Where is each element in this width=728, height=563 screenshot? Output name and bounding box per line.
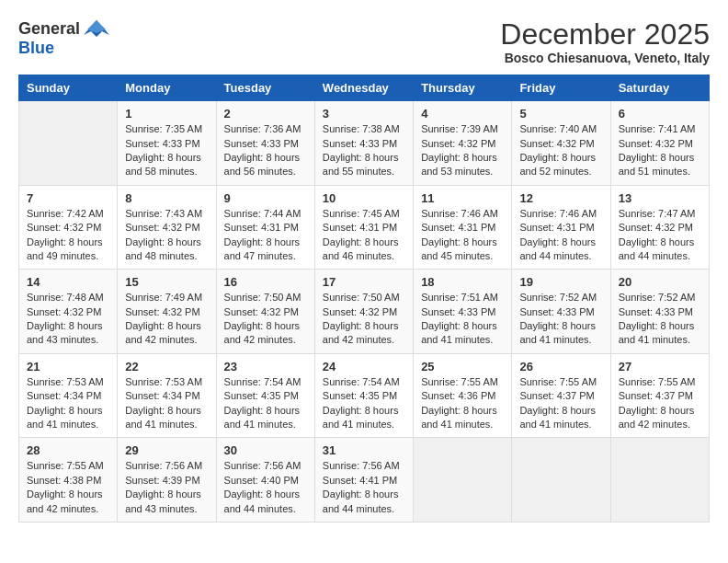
day-sunset: Sunset: 4:35 PM: [224, 390, 299, 401]
day-sunrise: Sunrise: 7:41 AM: [619, 123, 696, 134]
day-number: 10: [323, 191, 405, 205]
day-daylight: Daylight: 8 hours and 41 minutes.: [421, 320, 497, 345]
calendar-cell: 25 Sunrise: 7:55 AM Sunset: 4:36 PM Dayl…: [414, 353, 512, 438]
day-number: 19: [519, 275, 602, 289]
day-daylight: Daylight: 8 hours and 43 minutes.: [125, 488, 201, 513]
day-sunrise: Sunrise: 7:46 AM: [519, 208, 597, 219]
day-sunrise: Sunrise: 7:38 AM: [323, 123, 400, 134]
day-daylight: Daylight: 8 hours and 56 minutes.: [224, 152, 301, 177]
logo-general: General: [18, 19, 80, 39]
calendar-cell: 24 Sunrise: 7:54 AM Sunset: 4:35 PM Dayl…: [314, 353, 413, 438]
calendar-cell: 9 Sunrise: 7:44 AM Sunset: 4:31 PM Dayli…: [216, 185, 314, 270]
calendar-cell: 15 Sunrise: 7:49 AM Sunset: 4:32 PM Dayl…: [118, 270, 216, 354]
calendar-cell: 17 Sunrise: 7:50 AM Sunset: 4:32 PM Dayl…: [314, 270, 413, 354]
calendar-cell: 20 Sunrise: 7:52 AM Sunset: 4:33 PM Dayl…: [610, 270, 709, 354]
day-sunset: Sunset: 4:33 PM: [519, 306, 594, 317]
calendar-cell: [19, 101, 118, 186]
header-thursday: Thursday: [414, 75, 512, 101]
day-sunset: Sunset: 4:32 PM: [125, 306, 199, 317]
calendar-cell: 14 Sunrise: 7:48 AM Sunset: 4:32 PM Dayl…: [19, 270, 118, 354]
calendar-cell: 16 Sunrise: 7:50 AM Sunset: 4:32 PM Dayl…: [216, 270, 314, 354]
day-daylight: Daylight: 8 hours and 41 minutes.: [27, 405, 103, 430]
day-sunset: Sunset: 4:39 PM: [125, 475, 199, 486]
day-sunrise: Sunrise: 7:45 AM: [323, 208, 400, 219]
day-number: 13: [619, 191, 701, 205]
day-daylight: Daylight: 8 hours and 44 minutes.: [224, 488, 301, 513]
day-sunset: Sunset: 4:31 PM: [224, 222, 299, 233]
calendar-cell: 10 Sunrise: 7:45 AM Sunset: 4:31 PM Dayl…: [314, 185, 413, 270]
day-daylight: Daylight: 8 hours and 44 minutes.: [519, 236, 596, 261]
header-tuesday: Tuesday: [216, 75, 314, 101]
calendar-cell: 30 Sunrise: 7:56 AM Sunset: 4:40 PM Dayl…: [216, 438, 314, 523]
header-sunday: Sunday: [19, 75, 118, 101]
day-sunset: Sunset: 4:33 PM: [619, 306, 693, 317]
calendar-cell: 28 Sunrise: 7:55 AM Sunset: 4:38 PM Dayl…: [19, 438, 118, 523]
day-number: 6: [619, 107, 701, 121]
day-number: 12: [519, 191, 602, 205]
day-sunset: Sunset: 4:33 PM: [323, 138, 397, 149]
calendar-cell: 12 Sunrise: 7:46 AM Sunset: 4:31 PM Dayl…: [512, 185, 610, 270]
day-number: 3: [323, 107, 405, 121]
day-daylight: Daylight: 8 hours and 51 minutes.: [619, 152, 695, 177]
logo: General Blue: [18, 18, 109, 58]
day-number: 25: [421, 360, 504, 373]
day-daylight: Daylight: 8 hours and 41 minutes.: [519, 320, 596, 345]
calendar-week-row: 28 Sunrise: 7:55 AM Sunset: 4:38 PM Dayl…: [19, 438, 710, 523]
weekday-header-row: Sunday Monday Tuesday Wednesday Thursday…: [19, 75, 710, 101]
day-sunset: Sunset: 4:32 PM: [421, 138, 495, 149]
day-number: 1: [125, 107, 208, 121]
day-sunset: Sunset: 4:33 PM: [125, 138, 199, 149]
day-sunset: Sunset: 4:37 PM: [619, 390, 693, 401]
day-daylight: Daylight: 8 hours and 41 minutes.: [421, 405, 497, 430]
calendar-cell: 6 Sunrise: 7:41 AM Sunset: 4:32 PM Dayli…: [610, 101, 709, 186]
day-daylight: Daylight: 8 hours and 44 minutes.: [323, 488, 399, 513]
day-sunrise: Sunrise: 7:55 AM: [421, 376, 498, 387]
calendar-cell: 31 Sunrise: 7:56 AM Sunset: 4:41 PM Dayl…: [314, 438, 413, 523]
calendar-cell: 8 Sunrise: 7:43 AM Sunset: 4:32 PM Dayli…: [118, 185, 216, 270]
day-number: 2: [224, 107, 307, 121]
calendar-cell: 7 Sunrise: 7:42 AM Sunset: 4:32 PM Dayli…: [19, 185, 118, 270]
day-daylight: Daylight: 8 hours and 46 minutes.: [323, 236, 399, 261]
calendar-week-row: 21 Sunrise: 7:53 AM Sunset: 4:34 PM Dayl…: [19, 353, 710, 438]
day-number: 11: [421, 191, 504, 205]
day-sunset: Sunset: 4:32 PM: [125, 222, 199, 233]
calendar-week-row: 7 Sunrise: 7:42 AM Sunset: 4:32 PM Dayli…: [19, 185, 710, 270]
day-number: 20: [619, 275, 701, 289]
day-sunrise: Sunrise: 7:52 AM: [619, 292, 696, 303]
day-sunrise: Sunrise: 7:36 AM: [224, 123, 301, 134]
day-sunrise: Sunrise: 7:56 AM: [323, 460, 400, 471]
day-number: 31: [323, 443, 405, 457]
day-sunset: Sunset: 4:35 PM: [323, 390, 397, 401]
day-sunset: Sunset: 4:32 PM: [27, 306, 101, 317]
day-number: 26: [519, 360, 602, 373]
day-number: 30: [224, 443, 307, 457]
day-number: 22: [125, 360, 208, 373]
day-sunset: Sunset: 4:36 PM: [421, 390, 495, 401]
day-daylight: Daylight: 8 hours and 42 minutes.: [224, 320, 301, 345]
header-saturday: Saturday: [610, 75, 709, 101]
day-daylight: Daylight: 8 hours and 47 minutes.: [224, 236, 301, 261]
day-sunset: Sunset: 4:34 PM: [125, 390, 199, 401]
day-daylight: Daylight: 8 hours and 41 minutes.: [519, 405, 596, 430]
day-number: 5: [519, 107, 602, 121]
day-sunset: Sunset: 4:40 PM: [224, 475, 299, 486]
calendar-cell: 22 Sunrise: 7:53 AM Sunset: 4:34 PM Dayl…: [118, 353, 216, 438]
day-sunset: Sunset: 4:38 PM: [27, 475, 101, 486]
day-sunset: Sunset: 4:32 PM: [27, 222, 101, 233]
day-daylight: Daylight: 8 hours and 53 minutes.: [421, 152, 497, 177]
day-sunrise: Sunrise: 7:35 AM: [125, 123, 202, 134]
day-sunrise: Sunrise: 7:51 AM: [421, 292, 498, 303]
header-friday: Friday: [512, 75, 610, 101]
day-sunrise: Sunrise: 7:43 AM: [125, 208, 202, 219]
day-sunrise: Sunrise: 7:53 AM: [27, 376, 104, 387]
logo-blue: Blue: [18, 39, 54, 58]
calendar-week-row: 14 Sunrise: 7:48 AM Sunset: 4:32 PM Dayl…: [19, 270, 710, 354]
day-sunrise: Sunrise: 7:42 AM: [27, 208, 104, 219]
day-daylight: Daylight: 8 hours and 42 minutes.: [27, 488, 103, 513]
calendar-cell: 5 Sunrise: 7:40 AM Sunset: 4:32 PM Dayli…: [512, 101, 610, 186]
day-sunset: Sunset: 4:32 PM: [619, 138, 693, 149]
day-daylight: Daylight: 8 hours and 42 minutes.: [323, 320, 399, 345]
day-sunrise: Sunrise: 7:40 AM: [519, 123, 597, 134]
day-number: 8: [125, 191, 208, 205]
day-sunrise: Sunrise: 7:39 AM: [421, 123, 498, 134]
